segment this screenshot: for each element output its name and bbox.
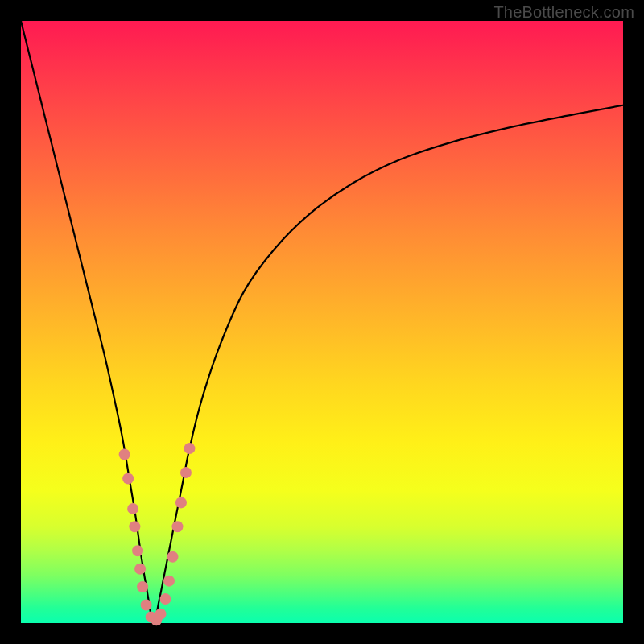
watermark-text: TheBottleneck.com — [493, 3, 634, 22]
highlight-dot — [127, 503, 138, 514]
highlight-dot — [160, 593, 171, 605]
highlight-dot — [141, 600, 152, 611]
highlight-dot — [122, 473, 134, 484]
plot-area — [21, 21, 623, 623]
highlight-dot — [134, 564, 146, 575]
highlight-dot — [155, 609, 167, 620]
bottleneck-curve — [21, 21, 623, 623]
curve-layer — [21, 21, 623, 623]
highlight-dot — [171, 521, 183, 532]
highlight-dot — [163, 576, 175, 587]
highlight-dots — [119, 443, 196, 625]
highlight-dot — [132, 545, 143, 556]
highlight-dot — [180, 467, 192, 478]
highlight-dot — [167, 551, 179, 563]
highlight-dot — [137, 581, 148, 592]
chart-frame: TheBottleneck.com — [0, 0, 644, 644]
highlight-dot — [175, 497, 187, 508]
highlight-dot — [119, 449, 130, 460]
highlight-dot — [184, 443, 195, 454]
highlight-dot — [129, 521, 140, 532]
